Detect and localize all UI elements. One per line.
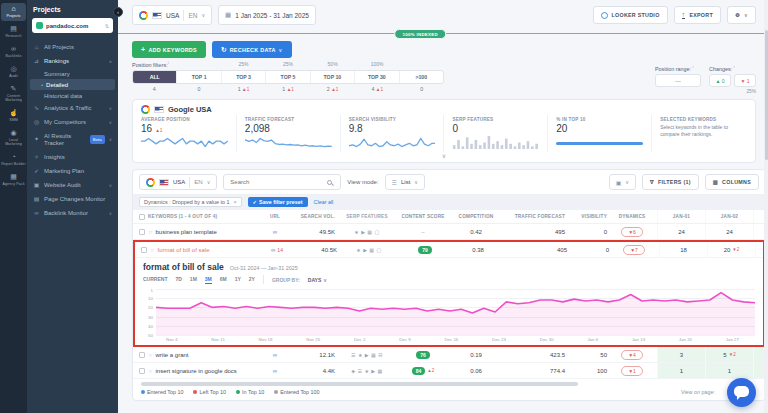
- filter-tab-top1[interactable]: TOP 1: [177, 71, 221, 83]
- sidebar-item-marketing-plan[interactable]: ✓Marketing Plan: [27, 164, 118, 178]
- changes-down-filter[interactable]: ▼ 1: [734, 74, 756, 87]
- filter-tab-top5[interactable]: TOP 5: [266, 71, 310, 83]
- view-mode-selector[interactable]: ☰ List ∨: [385, 174, 425, 190]
- sidebar-item-all-projects[interactable]: ⌂All Projects: [27, 40, 118, 54]
- rail-item-agency-pack[interactable]: ▦Agency Pack: [1, 171, 26, 189]
- tab-6m[interactable]: 6M: [220, 276, 227, 283]
- keyword-link[interactable]: format of bill of sale: [157, 247, 209, 253]
- day-header[interactable]: JAN-02: [705, 210, 753, 223]
- rail-item-content-marketing[interactable]: ✎Content Marketing: [1, 83, 26, 105]
- sidebar-item-page-changes-monitor[interactable]: ▤Page Changes Monitor: [27, 192, 118, 206]
- rail-item-backlinks[interactable]: ∞Backlinks: [1, 43, 26, 61]
- sidebar-item-detailed[interactable]: •Detailed: [30, 79, 115, 90]
- project-selector[interactable]: pandadoc.com ⇅: [32, 18, 113, 33]
- tab-2y[interactable]: 2Y: [249, 276, 255, 283]
- row-checkbox[interactable]: [139, 368, 145, 374]
- tab-current[interactable]: CURRENT: [143, 276, 167, 283]
- page-scrollbar[interactable]: [764, 0, 768, 413]
- tab-3m[interactable]: 3M: [205, 276, 212, 284]
- rail-item-research[interactable]: ▤Research: [1, 23, 26, 41]
- competition-header[interactable]: COMPETITION: [447, 214, 505, 219]
- traffic-forecast-header[interactable]: TRAFFIC FORECAST: [505, 214, 565, 219]
- group-by-selector[interactable]: DAYS∨: [308, 277, 327, 283]
- looker-studio-button[interactable]: LOOKER STUDIO: [593, 6, 668, 24]
- row-checkbox[interactable]: [141, 247, 147, 253]
- tab-1m[interactable]: 1M: [190, 276, 197, 283]
- filters-button[interactable]: ∇ FILTERS (1): [642, 174, 699, 190]
- close-icon[interactable]: ×: [233, 199, 236, 205]
- search-vol-header[interactable]: SEARCH VOL.: [293, 214, 335, 219]
- keyword-link[interactable]: write a grant: [155, 352, 188, 358]
- copy-table-button[interactable]: ▣ ∨: [609, 174, 636, 190]
- row-checkbox[interactable]: [139, 352, 145, 358]
- chat-bubble[interactable]: [727, 378, 756, 407]
- rail-item-local-marketing[interactable]: ◉Local Marketing: [1, 127, 26, 149]
- sidebar-item-summary[interactable]: Summary: [27, 68, 118, 79]
- position-range-input[interactable]: —: [655, 74, 701, 87]
- export-button[interactable]: ↑ EXPORT: [674, 6, 721, 24]
- active-bullet: •: [41, 82, 43, 88]
- tab-1y[interactable]: 1Y: [235, 276, 241, 283]
- filter-tab-top3[interactable]: TOP 3: [222, 71, 266, 83]
- dynamics-header[interactable]: DYNAMICS: [607, 214, 657, 219]
- changes-up-filter[interactable]: ▲ 0: [709, 74, 731, 87]
- content-score-badge[interactable]: 79: [418, 246, 432, 254]
- sidebar-item-insights[interactable]: ✧Insights: [27, 150, 118, 164]
- keyword-link[interactable]: business plan template: [155, 229, 216, 235]
- page-scrollbar-thumb[interactable]: [765, 30, 768, 160]
- url-link-icon[interactable]: ∞: [273, 229, 277, 235]
- add-keywords-button[interactable]: + ADD KEYWORDS: [132, 41, 206, 58]
- url-link-icon[interactable]: ∞: [271, 247, 275, 253]
- content-score-header[interactable]: CONTENT SCORE: [399, 214, 447, 219]
- url-link-icon[interactable]: ∞: [273, 352, 277, 358]
- overview-collapse-chevron[interactable]: ∨: [133, 153, 755, 162]
- row-checkbox[interactable]: [139, 229, 145, 235]
- date-range-picker[interactable]: ▦ 1 Jan 2025 - 31 Jan 2025: [218, 5, 316, 25]
- sidebar-item-my-competitors[interactable]: ◎My Competitors∨: [27, 115, 118, 129]
- content-score-badge[interactable]: 76: [416, 351, 430, 359]
- sidebar-item-website-audit[interactable]: ▣Website Audit∨: [27, 178, 118, 192]
- scrollbar-thumb[interactable]: [141, 382, 578, 386]
- settings-button[interactable]: ⚙ ∨: [727, 6, 756, 24]
- favorite-star-icon[interactable]: ☆: [148, 229, 152, 235]
- search-engine-selector[interactable]: USA EN ∨: [132, 5, 212, 25]
- dynamics-badge[interactable]: ▼1: [621, 366, 643, 376]
- favorite-star-icon[interactable]: ☆: [148, 352, 152, 358]
- keywords-header[interactable]: KEYWORDS (1 - 4 OUT OF 4): [148, 214, 217, 219]
- rail-item-report-builder[interactable]: ◔Report Builder: [1, 151, 26, 169]
- content-score-badge[interactable]: 84: [412, 367, 426, 375]
- rail-item-audit[interactable]: ◎Audit: [1, 63, 26, 81]
- sidebar-collapse-button[interactable]: ‹: [113, 7, 123, 17]
- keyword-link[interactable]: insert signature in google docs: [155, 368, 236, 374]
- clear-all-link[interactable]: Clear all: [314, 199, 334, 205]
- tab-7d[interactable]: 7D: [175, 276, 181, 283]
- filter-tab-over100[interactable]: >100: [400, 71, 443, 83]
- filter-tab-top30[interactable]: TOP 30: [355, 71, 399, 83]
- filter-tab-all[interactable]: ALL: [133, 71, 177, 83]
- sidebar-item-analytics-traffic[interactable]: ∿Analytics & Traffic∨: [27, 101, 118, 115]
- rail-item-smm[interactable]: ☝SMM: [1, 107, 26, 125]
- table-engine-selector[interactable]: USA EN ∨: [139, 174, 217, 190]
- favorite-star-icon[interactable]: ☆: [150, 247, 154, 253]
- dynamics-badge[interactable]: ▼4: [621, 350, 643, 360]
- filter-tab-top10[interactable]: TOP 10: [311, 71, 355, 83]
- rail-item-projects[interactable]: ⌂Projects: [1, 3, 26, 21]
- visibility-header[interactable]: VISIBILITY: [565, 214, 607, 219]
- select-all-checkbox[interactable]: [139, 214, 145, 220]
- favorite-star-icon[interactable]: ☆: [148, 368, 152, 374]
- save-filter-preset-button[interactable]: ✓ Save filter preset: [248, 197, 308, 207]
- search-input[interactable]: [230, 179, 323, 185]
- dynamics-badge[interactable]: ▼6: [621, 227, 643, 237]
- dynamics-badge[interactable]: ▼7: [623, 245, 645, 255]
- recheck-data-button[interactable]: ↻ RECHECK DATA ∨: [212, 41, 292, 58]
- sidebar-item-rankings[interactable]: ⊿Rankings∧: [27, 54, 118, 68]
- sidebar-item-historical-data[interactable]: Historical data: [27, 90, 118, 101]
- day-header[interactable]: JAN-01: [657, 210, 705, 223]
- columns-button[interactable]: ▥ COLUMNS: [705, 174, 759, 190]
- sidebar-item-backlink-monitor[interactable]: ∞Backlink Monitor∨: [27, 206, 118, 220]
- url-link-icon[interactable]: ∞: [273, 368, 277, 374]
- serp-features-header[interactable]: SERP FEATURES: [335, 214, 399, 219]
- url-header[interactable]: URL: [257, 214, 293, 219]
- dynamics-filter-chip[interactable]: Dynamics : Dropped by a value to 1 ×: [139, 197, 242, 207]
- sidebar-item-ai-results-tracker[interactable]: ✦AI Results TrackerBeta∨: [27, 129, 118, 150]
